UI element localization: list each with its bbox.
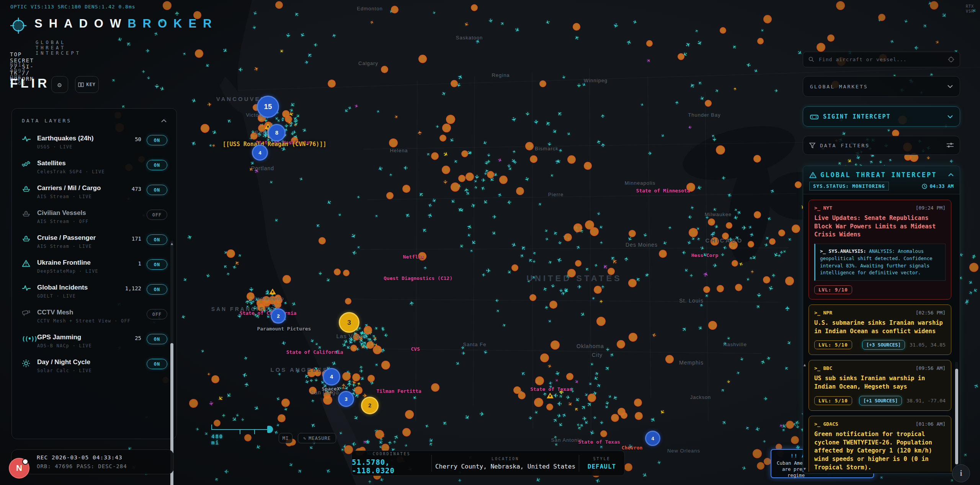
search-box[interactable]: [803, 52, 960, 67]
layer-toggle[interactable]: ON: [147, 259, 167, 270]
warning-marker[interactable]: [547, 393, 554, 399]
sliders-icon[interactable]: [947, 143, 954, 148]
layer-row-ukraine-frontline[interactable]: Ukraine FrontlineDeepStateMap · LIVE1ON: [22, 254, 173, 279]
layer-toggle[interactable]: OFF: [147, 210, 167, 220]
ship-icon: [22, 184, 37, 192]
chevron-down-icon: [947, 115, 953, 118]
warning-marker[interactable]: [269, 289, 276, 295]
poi-label: CVS: [411, 346, 420, 352]
city-label: Nashville: [723, 342, 747, 347]
data-filters-label: DATA FILTERS: [820, 143, 942, 148]
layer-toggle[interactable]: ON: [147, 359, 167, 369]
layer-title: CCTV Mesh: [37, 309, 147, 316]
cluster-marker[interactable]: 3: [338, 391, 354, 407]
chevron-up-icon[interactable]: [948, 173, 954, 176]
layer-row-earthquakes-24h[interactable]: Earthquakes (24h)USGS · LIVE50ON: [22, 130, 173, 155]
global-markets-label: GLOBAL MARKETS: [810, 84, 868, 90]
layer-row-gps-jamming[interactable]: ((•))GPS JammingADS-B NACp · LIVE25ON: [22, 329, 173, 353]
layer-title: GPS Jamming: [37, 334, 132, 341]
scroll-up-icon[interactable]: ▲: [170, 241, 173, 246]
city-label: Portland: [251, 165, 274, 171]
layer-source: USGS · LIVE: [37, 144, 132, 150]
chevron-up-icon[interactable]: [161, 119, 167, 122]
units-toggle-button[interactable]: MI: [279, 433, 292, 443]
clock-icon: [922, 184, 927, 189]
ship-icon: [22, 209, 37, 217]
level-badge: LVL: 5/10: [814, 396, 852, 405]
layers-scrollbar[interactable]: ▲ ▼: [170, 241, 173, 485]
flir-mode-label: FLIR: [10, 76, 50, 91]
layer-toggle[interactable]: ON: [147, 234, 167, 245]
locate-target-icon[interactable]: [948, 56, 954, 63]
style-section[interactable]: STYLE DEFAULT: [579, 451, 624, 475]
layer-title: Civilian Vessels: [37, 209, 147, 217]
city-label: Oklahoma: [577, 343, 604, 349]
avatar-initial: N: [16, 463, 22, 473]
optic-status-readout: OPTIC VIS:113 SRC:180 DENS:1.42 0.8ms: [10, 4, 136, 10]
cluster-marker[interactable]: 2: [361, 397, 379, 414]
card-time: [09:56 AM]: [916, 365, 946, 371]
measure-button[interactable]: ✎ MEASURE: [298, 433, 336, 443]
layer-row-carriers-mil-cargo[interactable]: Carriers / Mil / CargoAIS Stream · LIVE4…: [22, 179, 173, 204]
search-input[interactable]: [818, 56, 944, 63]
layer-count: 1: [138, 260, 141, 267]
layer-row-day-night-cycle[interactable]: Day / Night CycleSolar Calc · LIVEON: [22, 353, 173, 378]
layer-title: Satellites: [37, 159, 147, 167]
threat-feed[interactable]: >_ NYT[09:24 PM]Live Updates: Senate Rep…: [803, 194, 960, 472]
city-label: Pierre: [548, 192, 564, 197]
threat-panel-header[interactable]: GLOBAL THREAT INTERCEPT SYS.STATUS: MONI…: [803, 166, 960, 194]
feed-scroll-thumb[interactable]: [955, 369, 958, 464]
sigint-intercept-label: SIGINT INTERCEPT: [823, 113, 943, 120]
city-label: Bismarck: [535, 146, 558, 151]
wave-icon: [22, 284, 37, 291]
coordinates-label: COORDINATES: [372, 452, 410, 456]
vessel-label: [[USS Ronald Reagan (CVN-76)]]: [223, 141, 327, 148]
city-label: St. Louis: [679, 298, 703, 304]
cluster-marker[interactable]: 4: [323, 368, 340, 386]
data-filters-button[interactable]: DATA FILTERS: [803, 136, 960, 155]
layer-row-cruise-passenger[interactable]: Cruise / PassengerAIS Stream · LIVE171ON: [22, 229, 173, 254]
scroll-down-icon[interactable]: ▼: [803, 467, 806, 471]
scroll-up-icon[interactable]: ▲: [803, 363, 806, 367]
analysis-label: >_ SYS.ANALYSIS:: [820, 248, 866, 254]
poi-label: Chevron: [622, 445, 643, 451]
layer-row-civilian-vessels[interactable]: Civilian VesselsAIS Stream · OFFOFF: [22, 204, 173, 229]
threat-feed-card-npr[interactable]: >_ NPR[02:56 PM]U.S. submarine sinks Ira…: [808, 304, 951, 355]
sources-button[interactable]: [+3 SOURCES]: [862, 340, 905, 350]
poi-label: SpaceX: [322, 386, 340, 392]
sigint-intercept-dropdown[interactable]: SIGINT INTERCEPT: [803, 106, 960, 127]
avatar[interactable]: N: [9, 458, 29, 478]
cluster-marker[interactable]: 8: [268, 124, 286, 142]
cluster-marker[interactable]: 15: [257, 96, 279, 118]
layer-row-cctv-mesh[interactable]: CCTV MeshCCTV Mesh + Street View · OFFOF…: [22, 304, 173, 329]
layer-row-satellites[interactable]: SatellitesCelesTrak SGP4 · LIVEON: [22, 155, 173, 179]
cluster-marker[interactable]: 3: [339, 312, 359, 333]
level-badge: LVL: 9/10: [814, 285, 852, 294]
rec-timestamp: REC 2026-03-05 04:33:43: [37, 454, 122, 461]
layer-row-global-incidents[interactable]: Global IncidentsGDELT · LIVE1,122ON: [22, 279, 173, 304]
coordinates-value: 51.5780, -118.0320: [352, 458, 431, 475]
cluster-marker[interactable]: 4: [252, 145, 268, 161]
pencil-icon: ✎: [303, 436, 306, 441]
layer-toggle[interactable]: ON: [147, 135, 167, 145]
threat-feed-card-gdacs[interactable]: >_ GDACS[01:06 AM]Green notification for…: [808, 416, 951, 472]
map-key-button[interactable]: KEY: [75, 76, 99, 93]
city-label: Edmonton: [357, 6, 382, 11]
cluster-marker[interactable]: 2: [271, 308, 286, 324]
layer-toggle[interactable]: OFF: [147, 309, 167, 319]
app-title-shadow: SHADOW: [34, 17, 127, 30]
poi-label: Tilman Fertitta: [376, 388, 421, 394]
settings-button[interactable]: ⚙: [51, 76, 68, 93]
layer-toggle[interactable]: ON: [147, 185, 167, 195]
info-button[interactable]: i: [952, 464, 970, 482]
threat-feed-card-bbc[interactable]: >_ BBC[09:56 AM]US sub sinks Iranian war…: [808, 360, 951, 410]
app-subtitle: GLOBAL THREAT INTERCEPT: [36, 40, 81, 56]
sources-button[interactable]: [+1 SOURCES]: [859, 396, 902, 405]
cluster-marker[interactable]: 4: [645, 431, 660, 446]
layer-toggle[interactable]: ON: [147, 160, 167, 170]
global-markets-dropdown[interactable]: GLOBAL MARKETS: [803, 76, 960, 97]
layer-toggle[interactable]: ON: [147, 334, 167, 344]
data-layers-list: Earthquakes (24h)USGS · LIVE50ONSatellit…: [12, 127, 176, 378]
threat-feed-card-nyt[interactable]: >_ NYT[09:24 PM]Live Updates: Senate Rep…: [808, 200, 951, 299]
layer-toggle[interactable]: ON: [147, 284, 167, 295]
